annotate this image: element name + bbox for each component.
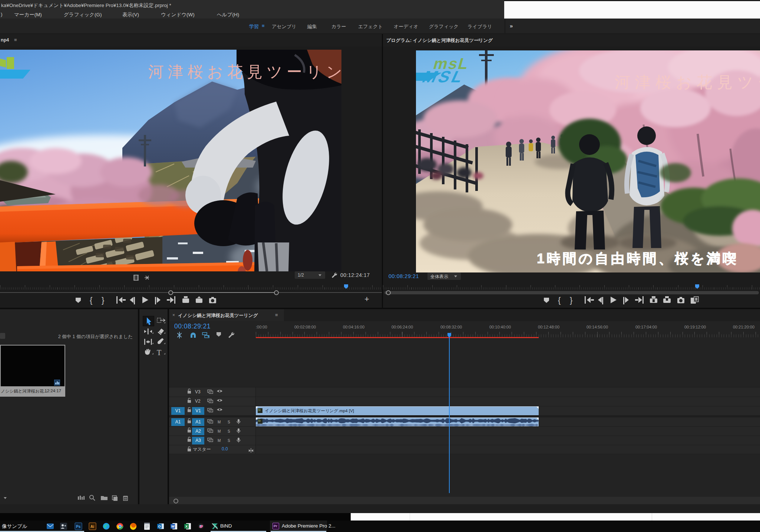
svg-text:{: { bbox=[90, 295, 92, 305]
svg-text:W: W bbox=[171, 525, 175, 528]
svg-text:M: M bbox=[218, 439, 221, 443]
svg-text:S: S bbox=[228, 439, 230, 443]
svg-text:}: } bbox=[570, 295, 572, 305]
svg-text:河津桜お花見ツーリ: 河津桜お花見ツーリ bbox=[615, 73, 760, 91]
svg-text:河津桜お花見ツーリング: 河津桜お花見ツーリング bbox=[148, 63, 341, 80]
svg-text:1時間の自由時間、桜を満喫: 1時間の自由時間、桜を満喫 bbox=[537, 251, 738, 266]
svg-text:M: M bbox=[218, 420, 221, 424]
svg-text:S: S bbox=[228, 429, 230, 433]
svg-text:{: { bbox=[558, 295, 561, 305]
svg-text:S: S bbox=[228, 420, 230, 424]
svg-text:Ps: Ps bbox=[76, 525, 81, 529]
svg-text:O: O bbox=[158, 525, 161, 528]
svg-text:X: X bbox=[185, 525, 188, 528]
svg-text:Ai: Ai bbox=[90, 525, 94, 529]
svg-text:}: } bbox=[102, 295, 104, 305]
svg-text:T: T bbox=[157, 348, 161, 357]
svg-text:M: M bbox=[218, 429, 221, 433]
